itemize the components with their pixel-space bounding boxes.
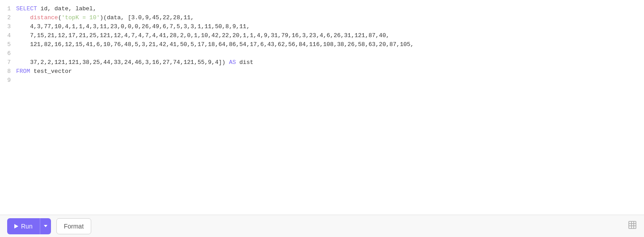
line-content-2: distance('topK = 10')(data, [3.0,9,45,22… — [16, 13, 644, 22]
code-line-2: 2 distance('topK = 10')(data, [3.0,9,45,… — [0, 13, 644, 22]
run-dropdown-button[interactable] — [40, 218, 51, 234]
line-content-5: 121,82,16,12,15,41,6,10,76,48,5,3,21,42,… — [16, 40, 644, 49]
run-label: Run — [21, 223, 33, 230]
code-line-8: 8 FROM test_vector — [0, 67, 644, 76]
code-line-1: 1 SELECT id, date, label, — [0, 4, 644, 13]
line-content-6 — [16, 49, 644, 58]
line-number-3: 3 — [0, 22, 16, 31]
chevron-down-icon — [44, 225, 47, 227]
code-line-4: 4 7,15,21,12,17,21,25,121,12,4,7,4,7,4,4… — [0, 31, 644, 40]
line-number-5: 5 — [0, 40, 16, 49]
format-button[interactable]: Format — [56, 218, 91, 234]
svg-rect-0 — [629, 221, 636, 229]
line-number-2: 2 — [0, 13, 16, 22]
line-number-7: 7 — [0, 58, 16, 67]
code-line-9: 9 — [0, 76, 644, 85]
code-line-7: 7 37,2,2,121,121,38,25,44,33,24,46,3,16,… — [0, 58, 644, 67]
line-number-4: 4 — [0, 31, 16, 40]
run-icon — [14, 224, 18, 229]
line-number-9: 9 — [0, 76, 16, 85]
code-content: 1 SELECT id, date, label, 2 distance('to… — [0, 4, 644, 85]
line-content-9 — [16, 76, 644, 85]
line-content-4: 7,15,21,12,17,21,25,121,12,4,7,4,7,4,41,… — [16, 31, 644, 40]
code-line-3: 3 4,3,77,10,4,1,1,4,3,11,23,0,0,0,26,49,… — [0, 22, 644, 31]
line-content-7: 37,2,2,121,121,38,25,44,33,24,46,3,16,27… — [16, 58, 644, 67]
format-label: Format — [64, 223, 84, 230]
line-content-8: FROM test_vector — [16, 67, 644, 76]
toolbar-left-group: Run Format — [7, 218, 91, 234]
code-line-6: 6 — [0, 49, 644, 58]
code-editor[interactable]: 1 SELECT id, date, label, 2 distance('to… — [0, 0, 644, 215]
run-button[interactable]: Run — [7, 218, 40, 234]
toolbar-right-group — [628, 220, 637, 232]
table-icon[interactable] — [628, 220, 637, 232]
line-content-3: 4,3,77,10,4,1,1,4,3,11,23,0,0,0,26,49,6,… — [16, 22, 644, 31]
line-number-1: 1 — [0, 4, 16, 13]
code-line-5: 5 121,82,16,12,15,41,6,10,76,48,5,3,21,4… — [0, 40, 644, 49]
line-number-8: 8 — [0, 67, 16, 76]
line-content-1: SELECT id, date, label, — [16, 4, 644, 13]
line-number-6: 6 — [0, 49, 16, 58]
bottom-toolbar: Run Format — [0, 215, 644, 237]
